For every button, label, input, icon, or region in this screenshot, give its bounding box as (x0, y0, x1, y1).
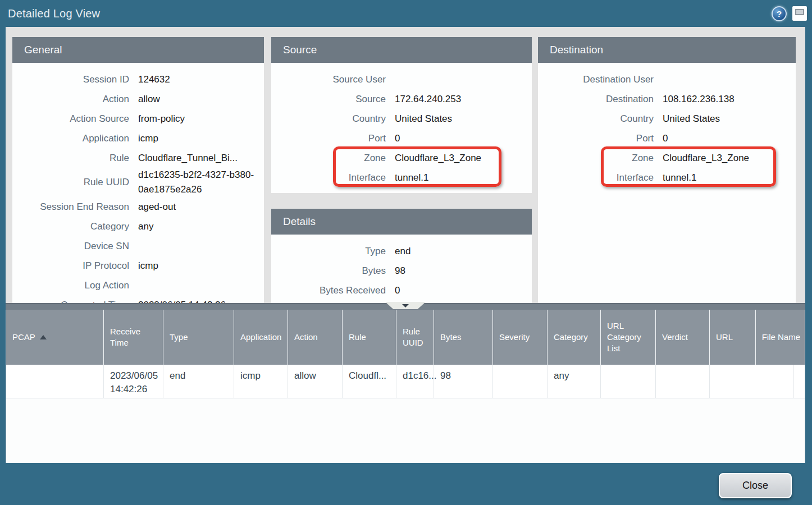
field-row: Rule Cloudflare_Tunnel_Bi... (12, 148, 259, 168)
field-row: Rule UUID d1c16235-b2f2-4327-b380-0ae187… (12, 168, 259, 197)
field-value: tunnel.1 (663, 171, 791, 185)
destination-panel: Destination Destination User Destination (538, 37, 796, 303)
field-value: Cloudflare_Tunnel_Bi... (138, 151, 245, 166)
field-label: Category (12, 221, 129, 232)
dialog-content: General Session ID 124632 Action allow (6, 27, 805, 505)
column-header[interactable]: Category (548, 310, 601, 365)
field-row: Port 0 (538, 128, 791, 148)
field-label: Device SN (12, 241, 129, 252)
field-row: Action allow (12, 89, 259, 109)
close-button[interactable]: Close (719, 473, 792, 498)
column-header[interactable]: Verdict (656, 310, 710, 365)
field-value: 0 (395, 283, 527, 298)
table-cell: any (548, 365, 601, 398)
splitter-collapse-handle[interactable] (385, 302, 426, 309)
column-header[interactable]: Type (163, 310, 234, 365)
field-label: Rule UUID (12, 177, 129, 188)
destination-column: Destination Destination User Destination (538, 37, 796, 303)
field-row: Country United States (538, 109, 791, 128)
field-row: Zone Cloudflare_L3_Zone (271, 148, 527, 168)
field-row: Type end (271, 241, 527, 261)
field-row: Port 0 (271, 128, 527, 148)
details-panel-header: Details (271, 209, 532, 235)
field-label: Port (538, 133, 654, 144)
field-label: Bytes (271, 265, 386, 277)
detailed-log-view-dialog: Detailed Log View ? General Session ID 1… (0, 0, 812, 505)
field-value: United States (663, 112, 791, 126)
column-header[interactable]: Rule UUID (396, 310, 434, 365)
column-header-label: Category (554, 332, 588, 343)
field-row: Source User (271, 70, 527, 89)
field-label: Source (271, 94, 386, 105)
column-header[interactable]: Action (288, 310, 343, 365)
general-panel: General Session ID 124632 Action allow (12, 37, 264, 303)
field-label: Log Action (12, 280, 129, 291)
source-panel: Source Source User Source 172.64.240.253 (271, 37, 532, 193)
field-row: Device SN (12, 236, 259, 256)
field-label: Interface (538, 172, 654, 183)
field-label: Destination User (538, 74, 654, 85)
details-panel: Details Type end Bytes 98 (271, 209, 532, 303)
field-row: Application icmp (12, 128, 259, 148)
column-header-label: Type (170, 332, 188, 343)
field-value: allow (138, 92, 259, 107)
field-row: Interface tunnel.1 (271, 168, 527, 187)
field-label: Destination (538, 94, 654, 105)
table-cell (710, 365, 794, 398)
destination-panel-body: Destination User Destination 108.162.236… (538, 63, 796, 193)
maximize-icon[interactable] (792, 6, 807, 21)
column-header[interactable]: Receive Time (104, 310, 163, 365)
field-value: United States (395, 112, 527, 126)
column-header[interactable]: URL (710, 310, 756, 365)
column-header-label: Action (294, 332, 318, 343)
field-row: Zone Cloudflare_L3_Zone (538, 148, 791, 168)
column-header-label: URL (716, 332, 733, 343)
field-row: Category any (12, 217, 259, 236)
table-cell: icmp (234, 365, 288, 398)
titlebar-icons: ? (772, 6, 807, 21)
field-value: Cloudflare_L3_Zone (663, 151, 791, 166)
column-header-label: Verdict (662, 332, 688, 343)
field-row: Destination 108.162.236.138 (538, 89, 791, 109)
field-label: Zone (538, 153, 654, 164)
column-header-label: Application (240, 332, 281, 343)
column-header-label: Receive Time (110, 326, 158, 349)
field-label: Session End Reason (12, 201, 129, 213)
maximize-icon-glyph (795, 9, 804, 15)
column-header[interactable]: File Name (756, 310, 805, 365)
dialog-titlebar: Detailed Log View ? (0, 0, 812, 27)
table-cell (493, 365, 548, 398)
column-header-label: Rule (349, 332, 366, 343)
table-cell (656, 365, 710, 398)
table-cell (794, 365, 805, 398)
log-table-row[interactable]: 2023/06/05 14:42:26 end icmp allow Cloud… (6, 365, 805, 398)
column-header[interactable]: Severity (493, 310, 548, 365)
column-header[interactable]: PCAP (6, 310, 104, 365)
destination-panel-header: Destination (538, 37, 796, 63)
field-value: tunnel.1 (395, 171, 527, 185)
field-label: Zone (271, 153, 386, 164)
field-label: Bytes Received (271, 285, 386, 296)
column-header[interactable]: URL Category List (601, 310, 656, 365)
panel-table-splitter[interactable] (6, 303, 805, 310)
table-cell: end (163, 365, 234, 398)
field-label: Application (12, 133, 129, 144)
log-table: PCAP Receive Time Type Applicati (6, 310, 805, 463)
column-header-label: Bytes (440, 332, 462, 343)
field-label: Country (538, 113, 654, 125)
column-header[interactable]: Rule (343, 310, 396, 365)
field-label: Session ID (12, 74, 129, 85)
column-header[interactable]: Bytes (434, 310, 493, 365)
field-value: Cloudflare_L3_Zone (395, 151, 527, 166)
help-icon[interactable]: ? (772, 6, 787, 21)
column-header[interactable]: Application (234, 310, 288, 365)
field-label: Action (12, 94, 129, 105)
field-label: Action Source (12, 113, 129, 125)
source-panel-body: Source User Source 172.64.240.253 Countr… (271, 63, 532, 193)
field-value: 2023/06/05 14:42:26 (138, 298, 259, 304)
table-cell: 98 (434, 365, 493, 398)
details-panel-body: Type end Bytes 98 Bytes Received 0 (271, 235, 532, 303)
field-row: Interface tunnel.1 (538, 168, 791, 187)
field-label: Source User (271, 74, 386, 85)
field-label: IP Protocol (12, 260, 129, 272)
